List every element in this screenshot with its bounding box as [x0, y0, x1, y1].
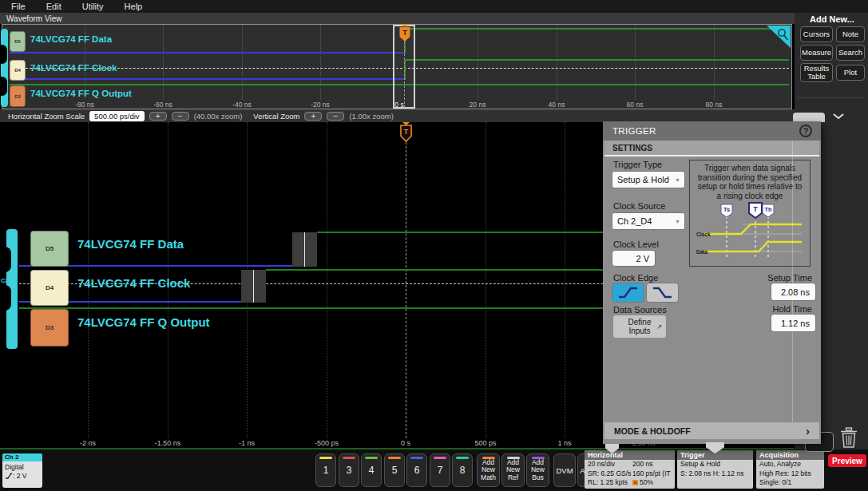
ch2-badge-title: Ch 2: [2, 453, 42, 461]
data-high-line: [404, 28, 789, 30]
axis-tick: 0 s: [401, 439, 410, 447]
axis-tick: -80 ns: [75, 101, 94, 109]
collapse-chevron-icon[interactable]: [832, 112, 845, 121]
tab-waveform-view[interactable]: Waveform View: [6, 14, 61, 23]
clock-edge: [253, 270, 254, 303]
handle-pill[interactable]: [0, 285, 11, 311]
v-zoom-in-button[interactable]: +: [304, 112, 322, 121]
data-edge: [304, 232, 305, 267]
trigger-flag-icon[interactable]: T: [399, 122, 413, 143]
add-new-math-button[interactable]: AddNewMath: [477, 453, 500, 487]
v-zoom-out-button[interactable]: −: [327, 112, 344, 121]
grid-line: [478, 25, 478, 100]
menu-help[interactable]: Help: [125, 2, 143, 11]
digital-ch6-button[interactable]: 6: [406, 453, 427, 487]
svg-text:Clock: Clock: [696, 232, 711, 237]
note-button[interactable]: Note: [836, 26, 865, 42]
grid-line: [635, 25, 636, 100]
trigger-config-panel: TRIGGER ? SETTINGS Trigger Type Setup & …: [603, 121, 821, 444]
axis-tick: -1.50 ns: [155, 439, 181, 447]
channel-badge-d3[interactable]: D3: [30, 309, 69, 346]
rising-edge-button[interactable]: [612, 283, 644, 303]
menu-utility[interactable]: Utility: [82, 2, 104, 11]
dvm-button[interactable]: DVM: [553, 453, 576, 487]
mode-holdoff-section[interactable]: MODE & HOLDOFF ›: [604, 422, 819, 439]
zoom-corner-icon[interactable]: [767, 26, 791, 48]
channel-badge-d3[interactable]: D3: [10, 85, 26, 107]
h-zoom-scale-input[interactable]: 500.00 ps/div: [89, 111, 145, 121]
clock-level-label: Clock Level: [613, 240, 659, 249]
digital-ch3-button[interactable]: 3: [339, 453, 359, 487]
threshold-edge-icon: [5, 472, 13, 480]
h-zoom-out-button[interactable]: −: [172, 112, 189, 121]
axis-tick: -1 ns: [239, 439, 255, 447]
trigger-type-dropdown[interactable]: Setup & Hold ▼: [612, 171, 685, 188]
channel-label: 74LVCG74 FF Clock: [77, 276, 190, 290]
svg-text:Ts: Ts: [723, 206, 730, 213]
panel-seam: [792, 141, 793, 422]
acquisition-badge[interactable]: Acquisition Auto, Analyze High Res: 12 b…: [756, 450, 824, 489]
h-zoom-in-button[interactable]: +: [149, 112, 167, 121]
digital-ch5-button[interactable]: 5: [384, 453, 405, 487]
channel-label: 74LVCG74 FF Q Output: [77, 315, 210, 329]
digital-ch8-button[interactable]: 8: [452, 453, 473, 487]
axis-tick: 40 ns: [549, 101, 565, 109]
add-new-bus-button[interactable]: AddNewBus: [526, 453, 549, 487]
define-inputs-button[interactable]: Define Inputs ↗: [612, 315, 667, 339]
horizontal-badge[interactable]: Horizontal 20 ns/div200 ns SR: 6.25 GS/s…: [585, 450, 675, 489]
handle-pill[interactable]: [0, 247, 11, 272]
preview-button[interactable]: Preview: [828, 454, 866, 467]
settings-section-header: SETTINGS: [604, 141, 819, 156]
svg-text:T: T: [404, 127, 409, 136]
rail-divider: [798, 97, 865, 98]
bottom-settings-bar: Ch 2 Digital : 2 V 1 3 4 5 6 7 8 AddNewM…: [0, 449, 868, 491]
grid-line: [327, 122, 327, 438]
falling-edge-button[interactable]: [646, 283, 679, 303]
trigger-badge[interactable]: Trigger Setup & Hold S: 2.08 ns H: 1.12 …: [677, 450, 753, 489]
channel-badge-d5[interactable]: D5: [30, 231, 69, 267]
channel-badge-d4[interactable]: D4: [30, 270, 69, 306]
trigger-flag-icon[interactable]: T: [398, 24, 411, 42]
trash-icon[interactable]: [839, 427, 858, 449]
axis-tick: -60 ns: [153, 101, 172, 109]
clock-source-dropdown[interactable]: Ch 2_D4 ▼: [612, 212, 685, 230]
ch2-badge[interactable]: Ch 2 Digital : 2 V: [2, 453, 42, 488]
tekscope-screen: File Edit Utility Help Waveform View Add…: [0, 0, 868, 491]
results-table-button[interactable]: Results Table: [800, 63, 833, 82]
tab-bar: Waveform View: [0, 13, 795, 24]
channel-badge-d5[interactable]: D5: [10, 31, 26, 52]
setup-time-input[interactable]: 2.08 ns: [771, 283, 816, 301]
clock-source-label: Clock Source: [613, 201, 665, 211]
plot-button[interactable]: Plot: [836, 65, 865, 81]
axis-tick: 60 ns: [627, 101, 644, 109]
measure-button[interactable]: Measure: [800, 45, 833, 61]
trigger-source-tag: C2: [1, 65, 8, 71]
grid-line: [565, 122, 565, 438]
help-icon[interactable]: ?: [799, 125, 812, 137]
hold-time-input[interactable]: 1.12 ns: [771, 314, 816, 332]
v-zoom-label: Vertical Zoom: [253, 112, 299, 121]
grid-line: [557, 25, 557, 100]
h-zoom-label: Horizontal Zoom Scale: [8, 112, 85, 121]
axis-tick: 80 ns: [706, 101, 723, 109]
add-new-ref-button[interactable]: AddNewRef: [501, 453, 525, 487]
svg-text:T: T: [402, 29, 407, 37]
cursors-button[interactable]: Cursors: [800, 26, 833, 42]
search-button[interactable]: Search: [836, 45, 865, 61]
ch4-color-bar: [365, 457, 378, 459]
digital-ch4-button[interactable]: 4: [361, 453, 382, 487]
channel-badge-d4[interactable]: D4: [10, 60, 26, 81]
handle-pill[interactable]: [0, 77, 7, 96]
clock-level-input[interactable]: 2 V: [612, 250, 656, 267]
chevron-down-icon: ▼: [675, 177, 680, 183]
handle-pill[interactable]: [0, 45, 7, 64]
setup-hold-diagram: Ts T Th Clock Data: [695, 202, 807, 266]
expand-arrow-icon: ↗: [656, 323, 662, 331]
svg-text:T: T: [753, 205, 758, 213]
menu-edit[interactable]: Edit: [46, 2, 61, 11]
digital-ch1-button[interactable]: 1: [315, 453, 336, 487]
clock-edge-label: Clock Edge: [613, 273, 658, 283]
menu-file[interactable]: File: [11, 2, 26, 11]
trigger-type-label: Trigger Type: [613, 160, 662, 169]
digital-ch7-button[interactable]: 7: [430, 453, 450, 487]
